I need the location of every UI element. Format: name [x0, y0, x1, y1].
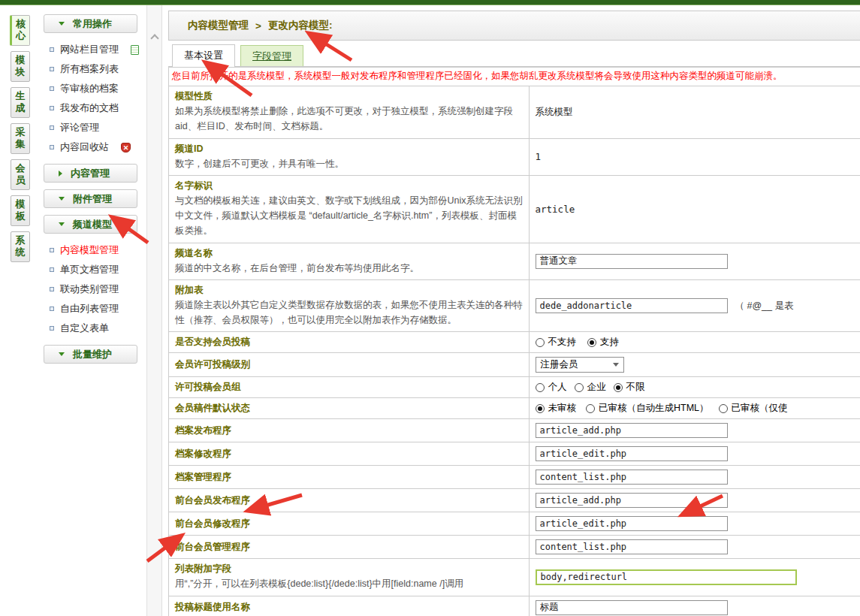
table-row: 附加表 频道除主表以外其它自定义类型数据存放数据的表，如果您不使用主表关连的各种…	[169, 279, 860, 332]
table-row: 会员许可投稿级别 注册会员	[169, 353, 860, 377]
chevron-down-icon	[59, 22, 65, 26]
tab-bar: 基本设置 字段管理	[168, 44, 860, 67]
member-group-radio-group: 个人 企业 不限	[536, 381, 860, 394]
section-channel-models[interactable]: 频道模型	[44, 215, 137, 234]
chevron-down-icon	[59, 197, 65, 201]
table-row: 模型性质 如果为系统模型将禁止删除，此选项不可更改，对于独立模型，系统强制创建字…	[169, 86, 860, 139]
breadcrumb-section[interactable]: 内容模型管理	[188, 19, 249, 32]
radio-option[interactable]: 未审核	[536, 402, 577, 415]
radio-icon[interactable]	[536, 338, 545, 347]
archive-edit-program-input[interactable]	[536, 446, 728, 461]
radio-icon[interactable]	[575, 383, 584, 392]
sidebar-item-linked-categories[interactable]: 联动类别管理	[41, 279, 146, 299]
bullet-icon	[50, 47, 54, 52]
chevron-right-icon	[59, 171, 62, 177]
table-row: 档案修改程序	[169, 442, 860, 466]
front-manage-program-input[interactable]	[536, 539, 728, 554]
field-description: 频道的中文名称，在后台管理，前台发布等均使用此名字。	[175, 261, 523, 276]
table-row: 许可投稿会员组 个人 企业 不限	[169, 377, 860, 398]
radio-option[interactable]: 企业	[575, 381, 606, 394]
channel-name-input[interactable]	[536, 254, 728, 269]
radio-icon[interactable]	[586, 404, 595, 413]
sidebar-item-recycle-bin[interactable]: 内容回收站 ✕	[41, 137, 146, 157]
radio-icon[interactable]	[719, 404, 728, 413]
member-submit-radio-group: 不支持 支持	[536, 336, 860, 349]
table-row: 投稿标题使用名称	[169, 596, 860, 616]
bullet-icon	[50, 86, 54, 91]
section-attachment-management[interactable]: 附件管理	[44, 189, 137, 208]
sidebar-item-single-page-docs[interactable]: 单页文档管理	[41, 260, 146, 279]
member-level-select[interactable]: 注册会员	[536, 357, 624, 373]
table-row: 档案发布程序	[169, 419, 860, 442]
radio-option[interactable]: 不支持	[536, 336, 577, 349]
addon-table-input[interactable]	[536, 298, 728, 313]
front-edit-program-input[interactable]	[536, 516, 728, 531]
field-label: 模型性质	[175, 91, 213, 101]
tab-field-management[interactable]: 字段管理	[240, 45, 303, 66]
tab-basic-settings[interactable]: 基本设置	[172, 44, 235, 67]
section-content-management[interactable]: 内容管理	[44, 164, 137, 183]
bullet-icon	[50, 67, 54, 71]
radio-option[interactable]: 不限	[614, 381, 645, 394]
rail-tab-collect[interactable]: 采集	[11, 123, 30, 154]
rail-tab-modules[interactable]: 模块	[11, 51, 30, 82]
sidebar-item-all-archives[interactable]: 所有档案列表	[41, 59, 146, 79]
sidebar-item-pending-archives[interactable]: 等审核的档案	[41, 79, 146, 98]
sidebar-item-free-lists[interactable]: 自由列表管理	[41, 299, 146, 319]
rail-tab-templates[interactable]: 模板	[11, 195, 30, 226]
bullet-icon	[50, 287, 54, 291]
rail-tab-generate[interactable]: 生成	[11, 87, 30, 118]
bullet-icon	[50, 326, 54, 331]
radio-option[interactable]: 已审核（仅使	[719, 402, 788, 415]
rail-tab-system[interactable]: 系统	[11, 231, 30, 262]
rail-tab-members[interactable]: 会员	[11, 159, 30, 190]
field-label: 是否支持会员投稿	[175, 337, 250, 347]
radio-checked-icon[interactable]	[587, 338, 596, 347]
field-label: 投稿标题使用名称	[175, 602, 250, 612]
breadcrumb-separator: >	[255, 20, 261, 32]
table-row: 前台会员发布程序	[169, 489, 860, 512]
sidebar-scrollbar[interactable]	[146, 5, 162, 616]
rail-tab-core[interactable]: 核心	[10, 15, 30, 46]
field-label: 列表附加字段	[175, 563, 231, 574]
table-row: 前台会员修改程序	[169, 512, 860, 536]
radio-icon[interactable]	[536, 383, 545, 392]
sidebar-item-site-columns[interactable]: 网站栏目管理	[41, 40, 146, 59]
section-batch-maintenance[interactable]: 批量维护	[44, 345, 137, 364]
field-label: 前台会员管理程序	[175, 542, 250, 552]
page-title: 更改内容模型:	[268, 19, 333, 32]
radio-option[interactable]: 个人	[536, 381, 567, 394]
breadcrumb: 内容模型管理 > 更改内容模型:	[168, 11, 860, 41]
field-description: 数字，创建后不可更改，并具有唯一性。	[175, 156, 523, 171]
sidebar-item-custom-forms[interactable]: 自定义表单	[41, 319, 146, 338]
sidebar-item-my-documents[interactable]: 我发布的文档	[41, 98, 146, 118]
field-label: 会员许可投稿级别	[175, 359, 250, 370]
section-common-operations[interactable]: 常用操作	[44, 14, 137, 33]
model-settings-table: 您目前所打开的是系统模型，系统模型一般对发布程序和管理程序已经固化，如果您胡乱更…	[168, 67, 860, 616]
sidebar-item-comments[interactable]: 评论管理	[41, 118, 146, 137]
radio-checked-icon[interactable]	[614, 383, 623, 392]
table-row: 频道ID 数字，创建后不可更改，并具有唯一性。 1	[169, 138, 860, 175]
archive-publish-program-input[interactable]	[536, 423, 728, 438]
field-label: 前台会员修改程序	[175, 518, 250, 529]
archive-manage-program-input[interactable]	[536, 470, 728, 485]
bullet-icon	[50, 267, 54, 272]
radio-option[interactable]: 已审核（自动生成HTML）	[586, 402, 709, 415]
radio-option[interactable]: 支持	[587, 336, 619, 349]
chevron-down-icon	[59, 222, 65, 226]
sidebar-item-content-model-management[interactable]: 内容模型管理	[41, 240, 146, 260]
system-model-warning-row: 您目前所打开的是系统模型，系统模型一般对发布程序和管理程序已经固化，如果您胡乱更…	[169, 68, 860, 86]
channel-id-value: 1	[536, 151, 542, 162]
field-description: 如果为系统模型将禁止删除，此选项不可更改，对于独立模型，系统强制创建字段aid、…	[175, 104, 523, 134]
submit-title-name-input[interactable]	[536, 600, 728, 615]
table-row: 档案管理程序	[169, 466, 860, 489]
list-extra-fields-input[interactable]	[536, 569, 797, 585]
sidebar-menu: 常用操作 网站栏目管理 所有档案列表 等审核的档案 我发布的文档	[41, 5, 146, 370]
radio-checked-icon[interactable]	[536, 404, 545, 413]
model-type-value: 系统模型	[536, 107, 573, 117]
main-content: 内容模型管理 > 更改内容模型: 基本设置 字段管理 您目前所打开的是系统模型，…	[162, 5, 860, 616]
document-icon	[131, 45, 139, 55]
bullet-icon	[50, 125, 54, 130]
scroll-up-icon[interactable]	[150, 34, 158, 42]
front-publish-program-input[interactable]	[536, 493, 728, 508]
